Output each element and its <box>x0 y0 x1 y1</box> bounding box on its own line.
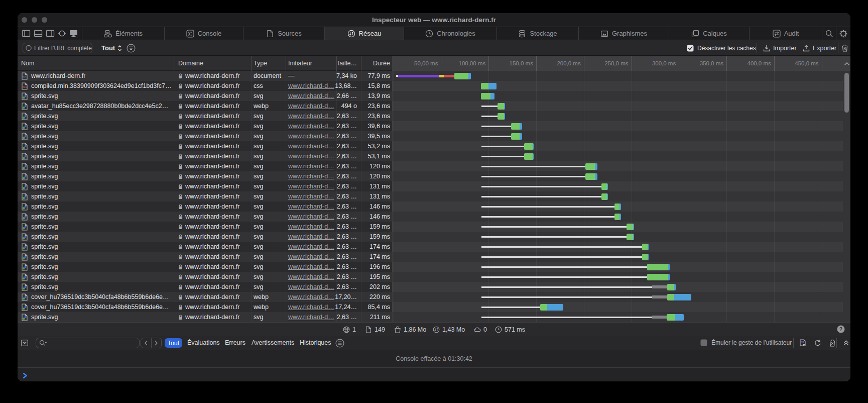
svg-text:<>: <> <box>23 75 27 78</box>
svg-text:JS: JS <box>801 341 804 344</box>
svg-text:css: css <box>22 85 27 88</box>
svg-text:?: ? <box>839 326 842 332</box>
